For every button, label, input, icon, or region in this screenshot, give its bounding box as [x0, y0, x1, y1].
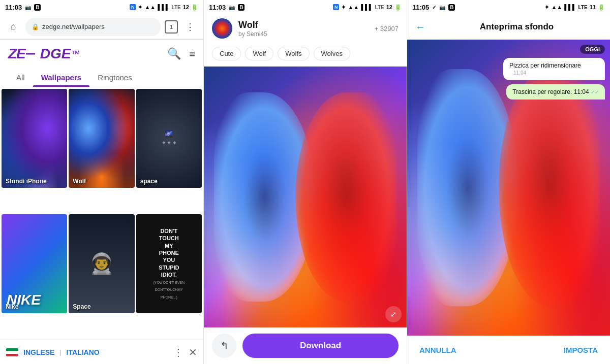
panel-wolf-detail: 11:03 📷 B N ✦ ▲▲ ▌▌▌ LTE 12 🔋 Wolf by Se… — [203, 0, 407, 364]
signal-bars-3: ▌▌▌ — [564, 4, 576, 10]
tag-wolf-label: Wolf — [253, 50, 266, 57]
battery-icon-3: 🔋 — [598, 4, 605, 11]
url-text: zedge.net/wallpapers — [42, 23, 105, 30]
fire-overlay — [204, 67, 407, 327]
time-display-2: 11:03 — [209, 4, 226, 11]
tags-row: Cute Wolf Wolfs Wolves — [204, 43, 407, 67]
status-time-2: 11:03 📷 B — [209, 4, 245, 11]
translate-italiano-btn[interactable]: ITALIANO — [67, 348, 100, 356]
wallpaper-item-2[interactable]: Wolf — [69, 89, 134, 188]
tab-all[interactable]: All — [8, 68, 33, 87]
wallpaper-label-1: Sfondi iPhone — [6, 178, 47, 185]
back-button[interactable]: ← — [415, 21, 425, 33]
zedge-logo: Z E — D G E ™ — [8, 46, 80, 62]
translate-inglese-btn[interactable]: INGLESE — [23, 348, 54, 356]
avatar — [212, 18, 232, 39]
cancel-button[interactable]: ANNULLA — [419, 346, 456, 354]
home-icon: ⌂ — [11, 21, 16, 32]
wifi-icon-3: ▲▲ — [551, 4, 562, 10]
wallpaper-item-3[interactable]: 🌌 ✦ ✦ ✦ space — [136, 89, 202, 188]
bt-icon-2: ✦ — [341, 4, 346, 11]
wallpaper-label-5: Space — [73, 303, 90, 310]
zedge-tabs: All Wallpapers Ringtones — [0, 68, 203, 87]
expand-button[interactable]: ⤢ — [385, 306, 402, 322]
bubble2-time: 11:04 — [574, 88, 589, 95]
preview-image-area: OGGI Pizzica per ridimensionare 11:04 Tr… — [407, 40, 610, 336]
tab-count[interactable]: 1 — [165, 20, 178, 34]
time-display-3: 11:05 — [412, 4, 429, 11]
astronaut-icon: 👨‍🚀 — [89, 252, 114, 276]
menu-icon[interactable]: ≡ — [189, 48, 195, 60]
chat-bubble-1: Pizzica per ridimensionare 11:04 — [503, 58, 605, 80]
wallpaper-item-4[interactable]: NIKE Nike — [2, 214, 67, 313]
battery-icon-2: 🔋 — [394, 4, 402, 11]
status-time-1: 11:03 📷 B — [5, 4, 41, 11]
expand-icon: ⤢ — [390, 310, 396, 318]
tag-wolves[interactable]: Wolves — [314, 47, 350, 60]
network-3: LTE — [578, 5, 588, 10]
tag-wolfs[interactable]: Wolfs — [278, 47, 309, 60]
wallpaper-item-5[interactable]: 👨‍🚀 Space — [69, 214, 134, 313]
share-button[interactable]: ↰ — [212, 334, 236, 358]
download-label: Download — [300, 341, 341, 351]
zedge-header-icons: 🔍 ≡ — [167, 47, 195, 60]
oggi-badge: OGGI — [580, 45, 605, 54]
tag-cute-label: Cute — [220, 50, 233, 57]
lock-icon: 🔒 — [32, 23, 39, 30]
wifi-icon-2: ▲▲ — [348, 4, 359, 10]
tab-wallpapers[interactable]: Wallpapers — [33, 68, 89, 87]
b-badge-1: B — [34, 4, 41, 11]
translator-separator: | — [59, 349, 61, 356]
wolf-author: by Semi45 — [238, 30, 369, 38]
wallpaper-item-1[interactable]: Sfondi iPhone — [2, 89, 67, 188]
n-icon-1: N — [130, 4, 136, 10]
wolf-detail-header: Wolf by Semi45 + 32907 — [204, 14, 407, 43]
bubble1-time: 11:04 — [513, 70, 526, 76]
status-bar-1: 11:03 📷 B N ✦ ▲▲ ▌▌▌ LTE 12 🔋 — [0, 0, 203, 14]
bubble1-text: Pizzica per ridimensionare — [509, 62, 581, 69]
time-display-1: 11:03 — [5, 4, 22, 11]
wolf-title-group: Wolf by Semi45 — [238, 20, 369, 38]
zedge-header: Z E — D G E ™ 🔍 ≡ — [0, 40, 203, 68]
preview-footer: ANNULLA IMPOSTA — [407, 336, 610, 364]
tab-ringtones[interactable]: Ringtones — [89, 68, 140, 87]
n-icon-3: N — [539, 5, 543, 10]
tab-wallpapers-label: Wallpapers — [41, 73, 81, 82]
wallpaper-item-6[interactable]: DON'TTOUCHMYPHONEYOUSTUPIDIDIOT. (you do… — [136, 214, 202, 313]
wallpaper-label-3: space — [140, 178, 158, 185]
detail-actions: ↰ Download — [204, 327, 407, 364]
status-bar-3: 11:05 ✓ 📷 B N ✦ ▲▲ ▌▌▌ LTE 11 🔋 — [407, 0, 610, 14]
network-icon-1: LTE — [172, 5, 181, 10]
status-right-2: N ✦ ▲▲ ▌▌▌ LTE 12 🔋 — [333, 4, 402, 11]
tab-all-label: All — [16, 73, 25, 82]
more-options-button[interactable]: ⋮ — [182, 19, 198, 35]
status-right-3: N ✦ ▲▲ ▌▌▌ LTE 11 🔋 — [539, 4, 605, 11]
bubble2-text: Trascina per regolare. — [512, 88, 572, 95]
tag-wolf[interactable]: Wolf — [245, 47, 273, 60]
wolf-image-bg — [204, 67, 407, 327]
search-icon[interactable]: 🔍 — [167, 47, 181, 60]
chat-bubble-2: Trascina per regolare. 11:04 ✓✓ — [506, 84, 605, 100]
language-flag — [6, 348, 18, 356]
signal-bars-2: ▌▌▌ — [361, 4, 373, 10]
signal-bars-1: ▌▌▌ — [158, 4, 169, 10]
b-badge-3: B — [448, 4, 455, 11]
tag-cute[interactable]: Cute — [212, 47, 241, 60]
home-button[interactable]: ⌂ — [5, 19, 21, 35]
wolf-download-count: + 32907 — [375, 25, 399, 32]
panel-browser: 11:03 📷 B N ✦ ▲▲ ▌▌▌ LTE 12 🔋 ⌂ 🔒 zedge.… — [0, 0, 203, 364]
address-bar[interactable]: 🔒 zedge.net/wallpapers — [25, 18, 161, 36]
set-wallpaper-button[interactable]: IMPOSTA — [564, 346, 598, 354]
signal-icon-1: 📷 — [25, 5, 31, 10]
status-time-3: 11:05 ✓ 📷 B — [412, 4, 455, 11]
status-bar-2: 11:03 📷 B N ✦ ▲▲ ▌▌▌ LTE 12 🔋 — [204, 0, 407, 14]
translator-close-btn[interactable]: ✕ — [189, 346, 197, 358]
preview-title: Anteprima sfondo — [432, 22, 602, 32]
cam-icon-3: 📷 — [439, 5, 445, 10]
wallpaper-label-2: Wolf — [73, 178, 86, 185]
download-button[interactable]: Download — [242, 334, 399, 358]
translator-more-btn[interactable]: ⋮ — [173, 346, 184, 358]
cam-icon-2: 📷 — [229, 5, 235, 10]
translator-bar: INGLESE | ITALIANO ⋮ ✕ — [0, 340, 203, 364]
chat-bubbles: OGGI Pizzica per ridimensionare 11:04 Tr… — [503, 45, 605, 100]
